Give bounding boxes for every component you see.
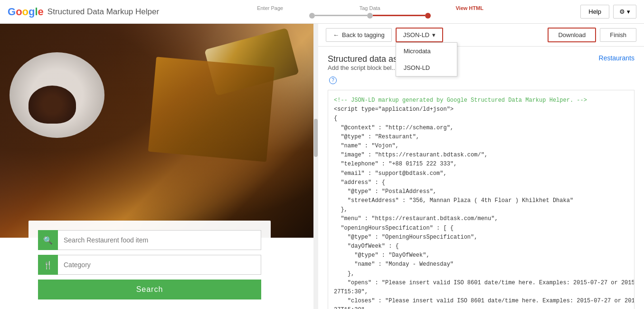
step2-label: Tag Data: [346, 5, 394, 11]
restaurants-label[interactable]: Restaurants: [599, 54, 635, 62]
search-input[interactable]: [58, 230, 261, 250]
header: Google Structured Data Markup Helper Ent…: [0, 0, 644, 24]
chevron-down-icon: ▾: [627, 8, 630, 15]
arrow-left-icon: ←: [333, 31, 339, 39]
food-image: [0, 24, 318, 238]
progress-bar-area: Enter Page Tag Data View HTML: [159, 5, 580, 19]
format-label: JSON-LD: [403, 31, 430, 39]
microdata-option[interactable]: Microdata: [396, 43, 457, 59]
category-icon: 🍴: [43, 261, 53, 270]
back-to-tagging-button[interactable]: ← Back to tagging: [326, 28, 392, 42]
left-panel: 🔍 🍴 Search: [0, 24, 318, 309]
settings-button[interactable]: ⚙ ▾: [613, 5, 636, 19]
steps-labels: Enter Page Tag Data View HTML: [246, 5, 493, 11]
steps-dots: [309, 13, 431, 19]
google-logo: Google: [8, 6, 44, 18]
category-input[interactable]: [58, 255, 261, 275]
download-button[interactable]: Download: [548, 28, 596, 42]
header-right: Help ⚙ ▾: [580, 5, 636, 19]
toolbar: ← Back to tagging JSON-LD ▾ Microdata JS…: [318, 24, 644, 47]
code-block: <!-- JSON-LD markup generated by Google …: [328, 90, 635, 309]
step3-dot: [425, 13, 431, 19]
app-title: Structured Data Markup Helper: [47, 7, 159, 17]
pizza-item: [148, 57, 275, 162]
code-script-tag: <script type="application/ld+json">: [334, 106, 454, 113]
finish-button[interactable]: Finish: [600, 28, 636, 42]
code-comment: <!-- JSON-LD markup generated by Google …: [334, 97, 587, 104]
help-button[interactable]: Help: [580, 5, 609, 19]
step1-line: [315, 15, 367, 16]
back-label: Back to tagging: [342, 31, 385, 39]
step3-label: View HTML: [446, 5, 493, 11]
search-row: 🔍: [38, 230, 261, 250]
format-dropdown-button[interactable]: JSON-LD ▾: [396, 28, 444, 42]
content-header-row: Structured data as ... Add the script bl…: [328, 54, 635, 84]
steps-wrapper: Enter Page Tag Data View HTML: [246, 5, 493, 19]
search-widget: 🔍 🍴 Search: [28, 221, 271, 309]
content-subtitle: Add the script block bel... in of your h…: [328, 64, 635, 71]
search-icon: 🔍: [43, 236, 53, 245]
search-icon-box: 🔍: [38, 230, 58, 250]
step1-dot: [309, 13, 315, 19]
help-icon[interactable]: ?: [329, 77, 337, 84]
chevron-down-icon: ▾: [432, 31, 436, 39]
jsonld-option[interactable]: JSON-LD: [396, 59, 457, 76]
category-row: 🍴: [38, 255, 261, 275]
step1-label: Enter Page: [246, 5, 294, 11]
format-dropdown-container: JSON-LD ▾ Microdata JSON-LD: [396, 28, 444, 42]
search-button[interactable]: Search: [38, 280, 261, 299]
step2-dot: [367, 13, 373, 19]
gear-icon: ⚙: [619, 8, 625, 15]
right-panel: ← Back to tagging JSON-LD ▾ Microdata JS…: [318, 24, 644, 309]
category-icon-box: 🍴: [38, 255, 58, 275]
format-dropdown-menu: Microdata JSON-LD: [396, 42, 457, 77]
scroll-thumb: [314, 119, 318, 157]
left-scrollbar[interactable]: [313, 24, 318, 309]
main: 🔍 🍴 Search ← Back to tagging: [0, 24, 644, 309]
step2-line: [373, 15, 425, 16]
content-area: Structured data as ... Add the script bl…: [318, 47, 644, 309]
logo-area: Google Structured Data Markup Helper: [8, 6, 159, 18]
plate-food: [28, 86, 76, 124]
